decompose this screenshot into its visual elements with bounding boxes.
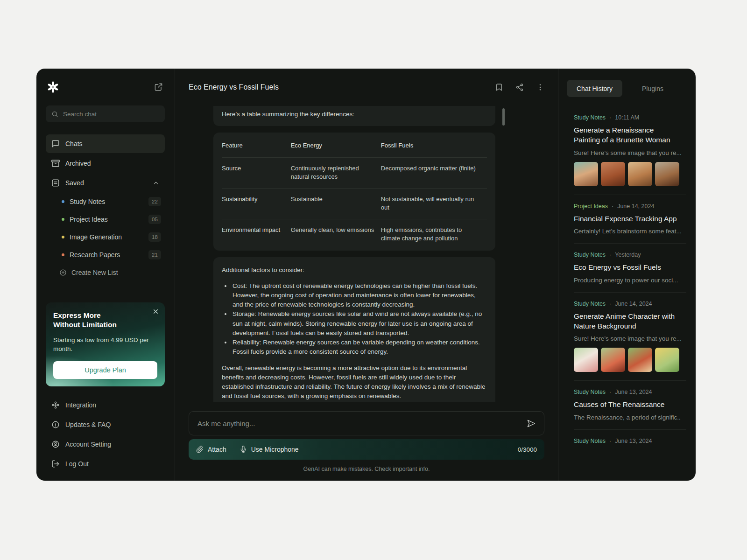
paperclip-icon [196, 446, 204, 453]
sidebar-item-archived[interactable]: Archived [46, 154, 165, 173]
history-date: Yesterday [615, 252, 641, 258]
history-item[interactable]: Study Notes · 10:11 AM Generate a Renais… [574, 106, 686, 195]
sidebar-item-account-setting[interactable]: Account Setting [46, 435, 165, 454]
history-category: Study Notes [574, 252, 606, 258]
history-item[interactable]: Study Notes · June 13, 2024 [574, 429, 686, 453]
footer-nav-label: Log Out [65, 460, 89, 468]
attachment-bar: Attach Use Microphone 0/3000 [189, 439, 544, 460]
search-icon [51, 111, 58, 118]
footer-nav-label: Account Setting [65, 441, 111, 448]
chat-title: Eco Energy vs Fossil Fuels [189, 83, 279, 91]
more-options-button[interactable] [536, 83, 544, 91]
research-papers-dot [62, 253, 64, 256]
thumbnail-image[interactable] [655, 348, 679, 372]
promo-body: Starting as low from 4.99 USD per month. [53, 336, 150, 354]
thumbnail-image[interactable] [655, 162, 679, 186]
tab-plugins[interactable]: Plugins [642, 85, 663, 92]
attach-button[interactable]: Attach [196, 446, 226, 453]
count-badge: 05 [148, 215, 161, 224]
info-circle-icon [51, 420, 60, 429]
prompt-input-row[interactable] [189, 411, 544, 435]
table-cell: Continuously replenished natural resourc… [291, 157, 381, 188]
saved-item-project-ideas[interactable]: Project Ideas 05 [46, 211, 165, 228]
history-preview: The Renaissance, a period of signific... [574, 414, 681, 421]
kebab-menu-icon [536, 83, 544, 91]
log-out-icon [51, 460, 60, 468]
history-item[interactable]: Study Notes · Yesterday Eco Energy vs Fo… [574, 243, 686, 292]
sidebar-item-updates-faq[interactable]: Updates & FAQ [46, 415, 165, 434]
app-logo-icon [47, 81, 59, 93]
history-title: Generate Anime Character with Nature Bac… [574, 311, 679, 331]
history-item[interactable]: Study Notes · June 13, 2024 Causes of Th… [574, 380, 686, 429]
message-closing: Overall, renewable energy is becoming a … [222, 364, 487, 401]
meta-separator: · [609, 301, 611, 307]
count-badge: 21 [148, 250, 161, 259]
history-panel: Chat History Plugins Study Notes · 10:11… [558, 69, 696, 481]
thumbnail-image[interactable] [628, 162, 652, 186]
prompt-input[interactable] [197, 420, 521, 427]
thumbnail-image[interactable] [628, 348, 652, 372]
table-cell: Generally clean, low emissions [291, 219, 381, 249]
footer-nav-label: Updates & FAQ [65, 421, 111, 428]
message-lead: Additional factors to consider: [222, 266, 487, 275]
promo-close-button[interactable] [153, 308, 159, 315]
chevron-up-icon[interactable] [153, 180, 159, 186]
archive-icon [51, 159, 60, 168]
composer: Attach Use Microphone 0/3000 GenAI can m… [175, 402, 558, 481]
chat-scrollbar[interactable] [502, 108, 505, 126]
saved-item-study-notes[interactable]: Study Notes 22 [46, 193, 165, 210]
history-item[interactable]: Project Ideas · June 14, 2024 Financial … [574, 195, 686, 243]
list-item: Cost: The upfront cost of renewable ener… [232, 281, 487, 310]
new-chat-button[interactable] [154, 83, 163, 91]
upgrade-plan-button[interactable]: Upgrade Plan [53, 361, 157, 379]
history-item[interactable]: Study Notes · June 14, 2024 Generate Ani… [574, 292, 686, 381]
saved-item-research-papers[interactable]: Research Papers 21 [46, 246, 165, 263]
account-icon [51, 440, 60, 448]
table-cell: Not sustainable, will eventually run out [381, 188, 487, 219]
message-text: Here’s a table summarizing the key diffe… [222, 111, 354, 118]
meta-separator: · [609, 389, 611, 395]
bookmark-button[interactable] [495, 83, 503, 91]
meta-separator: · [612, 203, 613, 210]
share-chat-button[interactable] [515, 83, 524, 91]
create-new-list-button[interactable]: Create New List [46, 264, 165, 281]
history-date: June 13, 2024 [615, 438, 652, 444]
history-category: Study Notes [574, 438, 606, 444]
table-cell: Decomposed organic matter (finite) [381, 157, 487, 188]
sidebar-item-saved[interactable]: Saved [46, 174, 165, 192]
search-chat-field[interactable] [46, 105, 165, 122]
create-new-list-label: Create New List [71, 269, 118, 276]
bookmark-icon [495, 83, 503, 91]
comparison-table: Feature Eco Energy Fossil Fuels Source C… [222, 134, 487, 249]
history-title: Eco Energy vs Fossil Fuels [574, 262, 679, 272]
sidebar-item-log-out[interactable]: Log Out [46, 455, 165, 473]
table-cell: Sustainability [222, 188, 291, 219]
saved-item-image-generation[interactable]: Image Generation 18 [46, 229, 165, 245]
thumbnail-image[interactable] [601, 348, 625, 372]
image-generation-dot [62, 236, 64, 238]
history-preview: Sure! Here’s some image that you re... [574, 335, 681, 342]
plus-circle-icon [59, 269, 67, 276]
panel-tabs: Chat History Plugins [567, 80, 686, 97]
send-button[interactable] [527, 419, 536, 428]
thumbnail-image[interactable] [574, 348, 598, 372]
thumbnail-image[interactable] [601, 162, 625, 186]
study-notes-dot [62, 200, 64, 203]
thumbnail-image[interactable] [574, 162, 598, 186]
use-microphone-button[interactable]: Use Microphone [240, 446, 299, 453]
search-input[interactable] [63, 111, 159, 118]
table-header: Feature [222, 134, 291, 157]
history-category: Project Ideas [574, 203, 608, 210]
promo-title-line1: Express More [53, 311, 157, 320]
table-row: Environmental impact Generally clean, lo… [222, 219, 487, 249]
sidebar-item-chats[interactable]: Chats [46, 134, 165, 153]
new-chat-icon [154, 83, 163, 91]
saved-item-label: Study Notes [70, 198, 105, 205]
tab-chat-history[interactable]: Chat History [567, 80, 622, 97]
send-icon [527, 419, 536, 428]
sidebar-item-integration[interactable]: Integration [46, 396, 165, 414]
table-cell: High emissions, contributes to climate c… [381, 219, 487, 249]
history-preview: Producing energy to power our soci... [574, 277, 681, 284]
chat-message-list[interactable]: Here’s a table summarizing the key diffe… [175, 106, 558, 402]
history-date: June 14, 2024 [615, 301, 652, 307]
